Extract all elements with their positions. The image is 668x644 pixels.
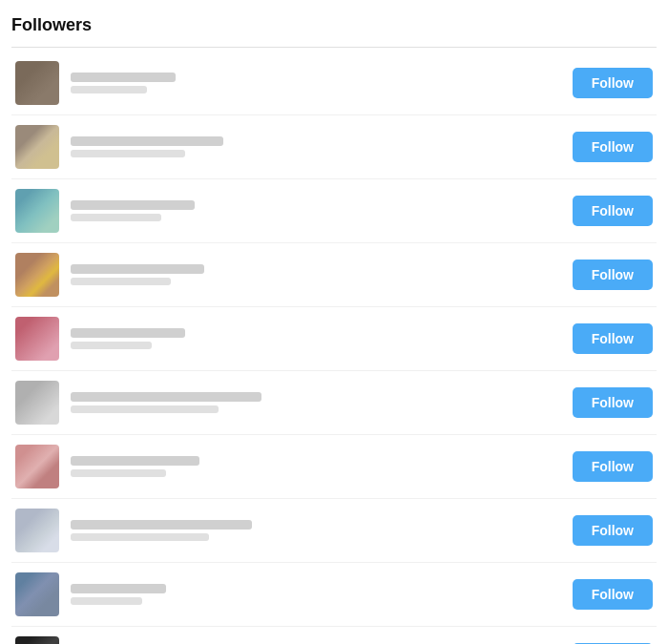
follower-item: Follow [11,627,657,644]
user-name-bar [71,520,252,530]
follow-button[interactable]: Follow [573,579,653,610]
user-name-bar [71,200,195,210]
user-sub-bar [71,278,171,285]
avatar [15,61,59,105]
follow-button[interactable]: Follow [573,68,653,98]
user-info [71,584,561,605]
follower-item: Follow [11,563,657,627]
user-name-bar [71,328,185,338]
avatar [15,572,59,616]
user-info [71,200,561,221]
divider [11,47,657,48]
user-info [71,136,561,157]
followers-list: Follow Follow Follow Follow Follow [11,52,657,644]
user-name-bar [71,456,199,466]
user-sub-bar [71,533,209,541]
follow-button[interactable]: Follow [573,323,653,354]
user-name-bar [71,584,166,593]
user-name-bar [71,264,204,274]
avatar [15,253,59,297]
avatar [15,509,59,552]
follow-button[interactable]: Follow [573,260,653,290]
user-info [71,456,561,477]
page-title: Followers [11,15,657,35]
avatar [15,636,59,644]
follower-item: Follow [11,371,657,435]
avatar [15,317,59,361]
follower-item: Follow [11,307,657,371]
user-info [71,392,561,413]
user-name-bar [71,73,176,82]
user-info [71,520,561,541]
user-sub-bar [71,597,142,605]
follow-button[interactable]: Follow [573,515,653,546]
follower-item: Follow [11,115,657,179]
follow-button[interactable]: Follow [573,451,653,482]
avatar [15,189,59,233]
follow-button[interactable]: Follow [573,196,653,226]
follower-item: Follow [11,499,657,563]
user-sub-bar [71,150,185,157]
user-name-bar [71,392,261,402]
avatar [15,381,59,425]
user-sub-bar [71,342,152,349]
follower-item: Follow [11,435,657,499]
user-info [71,264,561,285]
follower-item: Follow [11,243,657,307]
user-info [71,328,561,349]
user-sub-bar [71,405,219,413]
avatar [15,445,59,488]
user-info [71,73,561,93]
user-sub-bar [71,86,147,93]
follow-button[interactable]: Follow [573,132,653,162]
user-sub-bar [71,469,166,477]
user-name-bar [71,136,223,146]
avatar [15,125,59,169]
follower-item: Follow [11,179,657,243]
follow-button[interactable]: Follow [573,387,653,418]
page-container: Followers Follow Follow Follow [0,0,668,644]
user-sub-bar [71,214,161,221]
follower-item: Follow [11,52,657,115]
